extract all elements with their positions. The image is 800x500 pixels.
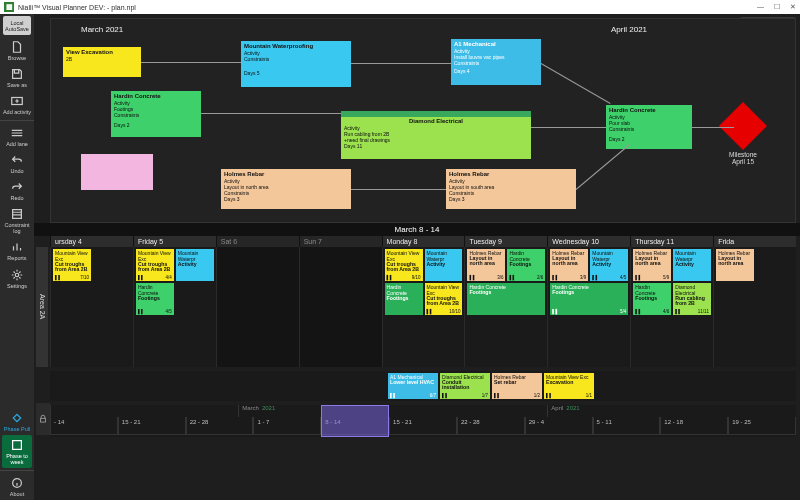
day-header[interactable]: Tuesday 9	[464, 236, 547, 247]
file-icon	[10, 40, 24, 54]
mini-card[interactable]: Mountain Waterpr Activity	[425, 249, 463, 281]
timeline-week[interactable]: - 14	[50, 417, 118, 435]
milestone-diamond[interactable]	[719, 102, 767, 150]
day-header[interactable]: Friday 5	[133, 236, 216, 247]
day-header[interactable]: ursday 4	[50, 236, 133, 247]
card-holmes-south[interactable]: Holmes Rebar Activity Layout in south ar…	[446, 169, 576, 209]
timeline-weeks: - 14 15 - 21 22 - 28 1 - 7 8 - 14 15 - 2…	[50, 417, 796, 435]
month-april: April 2021	[611, 25, 647, 34]
day-col-weekend	[216, 247, 299, 367]
add-lane-button[interactable]: Add lane	[2, 123, 32, 150]
lock-button[interactable]	[36, 403, 50, 435]
day-col: Holmes Rebar Layout in north area ▌▌3/9 …	[547, 247, 630, 367]
card-pink[interactable]	[81, 154, 153, 190]
autosave-button[interactable]: Local AutoSave	[3, 16, 31, 35]
phase-to-week-button[interactable]: Phase to week	[2, 435, 32, 468]
mini-card[interactable]: Mountain View Exc Cut troughs from Area …	[425, 283, 463, 315]
card-hardin-1[interactable]: Hardin Concrete Activity Footings Constr…	[111, 91, 201, 137]
add-activity-button[interactable]: Add activity	[2, 91, 32, 118]
browse-button[interactable]: Browse	[2, 37, 32, 64]
timeline-week[interactable]: 15 - 21	[389, 417, 457, 435]
timeline-selection[interactable]	[321, 405, 389, 437]
save-as-button[interactable]: Save as	[2, 64, 32, 91]
mini-card[interactable]: Hardin Concrete Footings	[467, 283, 545, 315]
mini-card[interactable]: Mountain Waterpr Activity	[673, 249, 711, 281]
grid-lane-label: Area 2A	[36, 247, 48, 367]
day-col: Holmes Rebar Layout in north area	[713, 247, 796, 367]
app-logo-icon: ▦	[4, 2, 14, 12]
card-mountain-wp[interactable]: Mountain Waterproofing Activity Constrai…	[241, 41, 351, 87]
phase-canvas[interactable]: Area 2A March 2021 April 2021 View Excav…	[50, 18, 796, 223]
day-col: Holmes Rebar Layout in north area ▌▌3/6 …	[464, 247, 547, 367]
card-diamond[interactable]: Diamond Electrical Activity Run cabling …	[341, 111, 531, 159]
card-view-excavation[interactable]: View Excavation 2B	[63, 47, 141, 77]
mini-card[interactable]: Diamond Electrical Conduit installation …	[440, 373, 490, 399]
phase-pull-icon	[10, 411, 24, 425]
timeline-months: March2021 April2021	[50, 405, 796, 417]
day-header[interactable]: Monday 8	[382, 236, 465, 247]
timeline-week[interactable]: 22 - 28	[457, 417, 525, 435]
undo-icon	[10, 153, 24, 167]
mini-card[interactable]: Hardin Concrete Footings ▌▌5/4	[550, 283, 628, 315]
save-icon	[10, 67, 24, 81]
redo-icon	[10, 180, 24, 194]
minimize-icon[interactable]: —	[757, 3, 764, 11]
window-title: Nialli™ Visual Planner DEV: - plan.npl	[18, 4, 136, 11]
add-activity-icon	[10, 94, 24, 108]
mini-card[interactable]: Diamond Electrical Run cabling from 2B ▌…	[673, 283, 711, 315]
timeline-week[interactable]: 5 - 11	[593, 417, 661, 435]
timeline-week[interactable]: 19 - 25	[728, 417, 796, 435]
card-holmes-north[interactable]: Holmes Rebar Activity Layout in north ar…	[221, 169, 351, 209]
phase-to-week-icon	[10, 438, 24, 452]
mini-card[interactable]: Hardin Concrete Footings ▌▌4/5	[136, 283, 174, 315]
reports-icon	[10, 240, 24, 254]
day-header[interactable]: Thursday 11	[630, 236, 713, 247]
timeline-week[interactable]: 22 - 28	[186, 417, 254, 435]
svg-rect-2	[13, 414, 20, 421]
mini-card[interactable]: Mountain Waterpr Activity	[176, 249, 214, 281]
mini-card[interactable]: Mountain Waterpr Activity ▌▌4/5	[590, 249, 628, 281]
redo-button[interactable]: Redo	[2, 177, 32, 204]
separator	[0, 120, 34, 121]
reports-button[interactable]: Reports	[2, 237, 32, 264]
timeline[interactable]: March2021 April2021 - 14 15 - 21 22 - 28…	[50, 405, 796, 437]
mini-card[interactable]: Holmes Rebar Layout in north area	[716, 249, 754, 281]
mini-card[interactable]: Mountain View Exc Excavation ▌▌1/1	[544, 373, 594, 399]
maximize-icon[interactable]: ☐	[774, 3, 780, 11]
timeline-week[interactable]: 1 - 7	[253, 417, 321, 435]
mini-card[interactable]: Holmes Rebar Layout in north area ▌▌3/6	[467, 249, 505, 281]
mini-card[interactable]: Mountain View Exc Cut troughs from Area …	[385, 249, 423, 281]
mini-card[interactable]: Mountain View Exc Cut troughs from Area …	[53, 249, 91, 281]
phase-pull-button[interactable]: Phase Pull	[2, 408, 32, 435]
timeline-week[interactable]: 29 - 4	[525, 417, 593, 435]
constraint-log-button[interactable]: Constraint log	[2, 204, 32, 237]
mini-card[interactable]: Holmes Rebar Set rebar ▌▌1/2	[492, 373, 542, 399]
mini-card[interactable]: Mountain View Exc Cut troughs from Area …	[136, 249, 174, 281]
week-grid[interactable]: Area 2A Mountain View Exc Cut troughs fr…	[50, 247, 796, 367]
mini-card[interactable]: Holmes Rebar Layout in north area ▌▌3/9	[550, 249, 588, 281]
lock-icon	[38, 414, 48, 424]
info-icon	[10, 476, 24, 490]
card-a1-mechanical[interactable]: A1 Mechanical Activity Install louvre va…	[451, 39, 541, 85]
mini-card[interactable]: A1 Mechanical Lower level HVAC ▌▌6/7	[388, 373, 438, 399]
undo-button[interactable]: Undo	[2, 150, 32, 177]
close-icon[interactable]: ✕	[790, 3, 796, 11]
add-lane-icon	[10, 126, 24, 140]
day-header[interactable]: Sun 7	[299, 236, 382, 247]
swimlane[interactable]: A1 Mechanical Lower level HVAC ▌▌6/7 Dia…	[50, 371, 796, 401]
day-col: Holmes Rebar Layout in north area ▌▌5/9 …	[630, 247, 713, 367]
about-button[interactable]: About	[2, 473, 32, 500]
card-hardin-2[interactable]: Hardin Concrete Activity Pour slab Const…	[606, 105, 692, 149]
mini-card[interactable]: Hardin Concrete Footings ▌▌2/6	[507, 249, 545, 281]
mini-card[interactable]: Hardin Concrete Footings	[385, 283, 423, 315]
day-header-row: ursday 4 Friday 5 Sat 6 Sun 7 Monday 8 T…	[50, 236, 796, 247]
timeline-week[interactable]: 12 - 18	[660, 417, 728, 435]
mini-card[interactable]: Hardin Concrete Footings ▌▌4/6	[633, 283, 671, 315]
day-header[interactable]: Wednesday 10	[547, 236, 630, 247]
day-header[interactable]: Frida	[713, 236, 796, 247]
day-col: Mountain View Exc Cut troughs from Area …	[50, 247, 133, 367]
day-header[interactable]: Sat 6	[216, 236, 299, 247]
timeline-week[interactable]: 15 - 21	[118, 417, 186, 435]
mini-card[interactable]: Holmes Rebar Layout in north area ▌▌5/9	[633, 249, 671, 281]
settings-button[interactable]: Settings	[2, 265, 32, 292]
